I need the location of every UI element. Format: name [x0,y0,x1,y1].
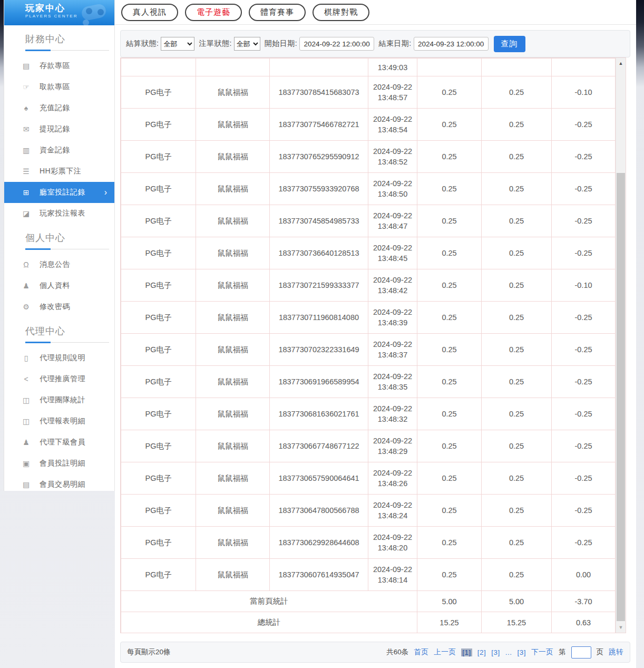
sidebar-item-agent-team-stats[interactable]: ◫ 代理團隊統計 [4,390,114,411]
sidebar-item-agent-promotion[interactable]: < 代理推廣管理 [4,369,114,390]
sidebar-item-withdraw-records[interactable]: ✉ 提現記錄 [4,119,114,140]
sidebar-item-agent-rules[interactable]: ▯ 代理規則說明 [4,347,114,369]
section-title-finance: 財務中心 [4,25,114,50]
platform-cell: PG电子 [121,269,196,302]
valid-amount-cell: 0.25 [482,76,552,109]
sidebar-item-hh-lottery-bets[interactable]: ☰ HH彩票下注 [4,161,114,182]
win-loss-cell: -0.25 [552,462,616,495]
bet-id-cell: 1837730629928644608 [270,527,368,559]
win-loss-cell: -0.10 [552,76,616,109]
first-page-link[interactable]: 首页 [414,647,428,657]
valid-amount-cell: 0.25 [482,559,552,591]
table-row: PG电子 鼠鼠福福 1837730755933920768 2024-09-22… [121,173,616,205]
sidebar-header: 玩家中心 PLAYERS CENTER [4,0,114,25]
bet-time-cell: 2024-09-2213:48:35 [368,366,417,398]
bet-amount-cell: 0.25 [417,205,482,237]
win-loss-cell: -0.25 [552,398,616,430]
sidebar-item-agent-report-detail[interactable]: ◫ 代理報表明細 [4,411,114,432]
bet-amount-cell: 0.25 [417,173,482,205]
sidebar-item-label: 代理規則說明 [40,353,85,363]
table-row: PG电子 鼠鼠福福 1837730721599333377 2024-09-22… [121,269,616,302]
win-loss-cell: -0.25 [552,173,616,205]
sidebar-item-member-bet-detail[interactable]: ▣ 會員投註明細 [4,453,114,474]
end-date-input[interactable] [414,37,489,51]
banknote-icon: ▥ [22,146,31,154]
rows-icon: ▤ [22,480,31,489]
bell-icon: Ω [22,260,31,269]
valid-amount-cell: 0.25 [482,205,552,237]
sidebar-item-player-bet-report[interactable]: ◪ 玩家投注報表 [4,203,114,224]
sidebar-item-label: 玩家投注報表 [40,209,85,218]
jump-page-input[interactable] [571,646,591,659]
bet-time-cell: 2024-09-2213:48:42 [368,269,417,302]
page-total-label: 當前頁統計 [121,591,417,612]
scroll-up-icon[interactable]: ▲ [616,61,626,66]
sidebar-item-agent-sub-members[interactable]: ♟ 代理下級會員 [4,432,114,453]
page-link[interactable]: [3] [491,648,500,656]
sidebar-item-notices[interactable]: Ω 消息公告 [4,254,114,275]
valid-amount-cell: 0.25 [482,109,552,141]
next-page-link[interactable]: 下一页 [531,647,553,657]
category-tab-bar: 真人視訊 電子遊藝 體育賽事 棋牌對戰 [115,0,636,25]
platform-cell: PG电子 [121,495,196,527]
page-link-current[interactable]: [1] [461,648,472,656]
scrollbar-thumb[interactable] [617,173,625,621]
sidebar-item-room-bet-records[interactable]: ⊞ 廳室投註記錄 › [4,182,114,203]
valid-amount-cell: 0.25 [482,237,552,269]
platform-cell: PG电子 [121,173,196,205]
page-link[interactable]: [3] [517,648,526,656]
tab-live-video[interactable]: 真人視訊 [121,4,178,21]
win-loss-cell: 0.00 [552,559,616,591]
total-count-text: 共60条 [386,647,408,657]
start-date-input[interactable] [299,37,374,51]
page-total-win: -3.70 [552,591,616,612]
table-row: 13:49:03 [121,59,616,76]
bet-id-cell: 1837730691966589954 [270,366,368,398]
sidebar-item-recharge-records[interactable]: ♠ 充值記錄 [4,98,114,119]
jump-suffix-text: 页 [597,647,604,657]
game-name-cell: 鼠鼠福福 [196,302,270,334]
bet-id-cell: 1837730785415683073 [270,76,368,109]
game-name-cell: 鼠鼠福福 [196,237,270,269]
main-content: 真人視訊 電子遊藝 體育賽事 棋牌對戰 結算狀態: 全部 注單狀態: 全部 開始… [115,0,636,668]
sidebar-item-change-password[interactable]: ⚙ 修改密碼 [4,296,114,317]
bet-amount-cell: 0.25 [417,462,482,495]
chevron-right-icon: › [104,188,107,197]
table-scrollbar[interactable]: ▲ ▼ [616,58,626,633]
page-link[interactable]: [2] [477,648,486,656]
sidebar-item-member-trade-detail[interactable]: ▤ 會員交易明細 [4,474,114,495]
bet-amount-cell: 0.25 [417,237,482,269]
bet-id-cell: 1837730657590064641 [270,462,368,495]
tab-sports[interactable]: 體育賽事 [249,4,306,21]
page-link[interactable]: ... [505,648,512,656]
bet-id-cell: 1837730736640128513 [270,237,368,269]
tab-electronic-games[interactable]: 電子遊藝 [185,4,242,21]
bet-time-cell: 2024-09-2213:48:14 [368,559,417,591]
grand-total-valid: 15.25 [482,612,552,633]
jump-link[interactable]: 跳转 [609,647,623,657]
sidebar-item-funds-records[interactable]: ▥ 資金記錄 [4,140,114,161]
sidebar-item-label: 消息公告 [40,260,70,269]
settle-status-select[interactable]: 全部 [161,37,194,51]
tab-board-games[interactable]: 棋牌對戰 [313,4,369,21]
bet-amount-cell: 0.25 [417,76,482,109]
prev-page-link[interactable]: 上一页 [434,647,456,657]
sidebar-item-deposit-area[interactable]: ▤ 存款專區 [4,55,114,76]
person-icon: ♟ [22,282,31,290]
bet-table-body: 13:49:03 PG电子 鼠鼠福福 1837730785415683073 2… [121,59,616,591]
platform-cell: PG电子 [121,237,196,269]
order-status-select[interactable]: 全部 [234,37,260,51]
scroll-down-icon[interactable]: ▼ [616,625,626,630]
game-name-cell: 鼠鼠福福 [196,495,270,527]
valid-amount-cell: 0.25 [482,430,552,462]
sidebar-item-withdraw-area[interactable]: ☞ 取款專區 [4,76,114,98]
bet-amount-cell: 0.25 [417,141,482,173]
order-status-label: 注單狀態: [199,39,231,49]
sidebar-item-profile[interactable]: ♟ 個人資料 [4,275,114,296]
sidebar: 玩家中心 PLAYERS CENTER 財務中心 ▤ 存款專區 ☞ 取款專區 ♠… [4,0,115,491]
win-loss-cell: -0.10 [552,269,616,302]
search-button[interactable]: 查詢 [494,36,525,52]
bet-amount-cell: 0.25 [417,495,482,527]
pagination-controls: 共60条 首页 上一页 [1][2][3]...[3] 下一页 第 页 跳转 [386,646,623,659]
valid-amount-cell: 0.25 [482,141,552,173]
